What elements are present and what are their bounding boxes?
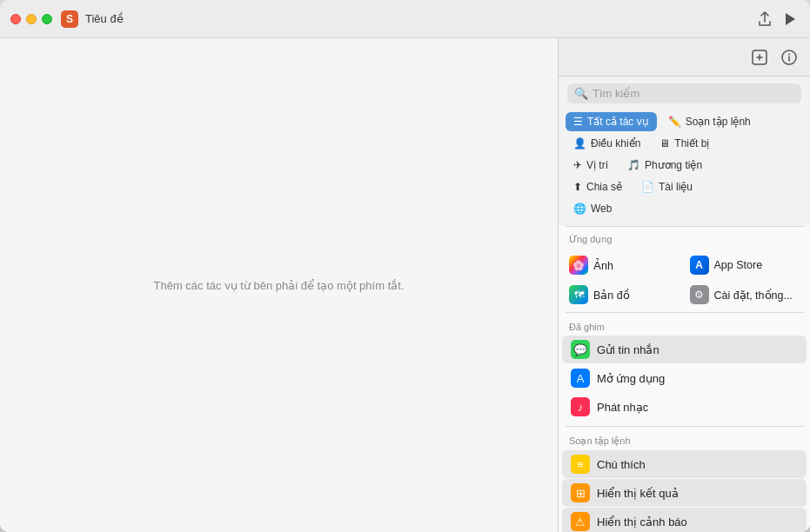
scripting-section-label: Soạn tập lệnh	[559, 429, 810, 449]
send-message-label: Gửi tin nhắn	[597, 343, 659, 356]
scripting-icon: ✏️	[668, 116, 681, 128]
svg-point-2	[788, 53, 790, 55]
app-icon-label: S	[66, 13, 73, 25]
show-warning-label: Hiển thị cảnh báo	[597, 515, 687, 529]
cat-btn-control[interactable]: 👤 Điều khiển	[566, 134, 648, 153]
play-music-label: Phát nhạc	[597, 401, 648, 414]
show-result-label: Hiển thị kết quả	[597, 487, 679, 500]
cat-row-1: ☰ Tất cả tác vụ ✏️ Soạn tập lệnh	[566, 112, 803, 131]
close-button[interactable]	[10, 14, 21, 24]
apps-row-2: 🗺 Bản đồ ⚙ Cài đặt, thống...	[559, 281, 810, 307]
cat-row-2: 👤 Điều khiển 🖥 Thiết bị	[566, 134, 803, 153]
settings-label: Cài đặt, thống...	[714, 289, 793, 302]
main-window: S Tiêu đề Thêm các tác vụ từ bên phải để…	[0, 0, 810, 532]
left-panel: Thêm các tác vụ từ bên phải để tạo một p…	[0, 38, 558, 532]
cat-btn-document[interactable]: 📄 Tài liệu	[633, 177, 700, 196]
window-title: Tiêu đề	[85, 12, 124, 25]
list-item-send-message[interactable]: 💬 Gửi tin nhắn	[562, 336, 807, 363]
web-icon: 🌐	[573, 203, 586, 215]
right-toolbar	[559, 38, 810, 76]
media-icon: 🎵	[627, 159, 640, 171]
play-music-icon: ♪	[571, 397, 590, 416]
control-icon: 👤	[573, 137, 586, 150]
maximize-button[interactable]	[42, 14, 52, 24]
traffic-lights	[10, 14, 52, 24]
cat-row-3: ✈ Vị trí 🎵 Phương tiện	[566, 156, 803, 175]
settings-icon: ⚙	[690, 285, 709, 304]
photos-icon: 🌸	[569, 256, 588, 275]
device-label: Thiết bị	[674, 137, 709, 150]
play-icon	[784, 12, 796, 26]
play-button[interactable]	[780, 9, 800, 30]
control-label: Điều khiển	[591, 137, 640, 150]
search-wrapper: 🔍	[567, 83, 801, 103]
scripting-label: Soạn tập lệnh	[686, 116, 751, 128]
share-label: Chia sẻ	[586, 181, 622, 193]
notes-icon: ≡	[571, 455, 590, 474]
add-shortcut-icon	[751, 49, 768, 66]
web-label: Web	[591, 203, 612, 215]
apps-row-1: 🌸 Ảnh A App Store	[559, 248, 810, 281]
app-item-photos[interactable]: 🌸 Ảnh	[566, 253, 683, 277]
list-item-open-app[interactable]: A Mở ứng dụng	[562, 364, 807, 392]
appstore-label: App Store	[714, 259, 763, 271]
media-label: Phương tiện	[645, 159, 702, 171]
list-item-show-result[interactable]: ⊞ Hiển thị kết quả	[562, 479, 807, 507]
device-icon: 🖥	[659, 137, 670, 150]
all-tasks-icon: ☰	[573, 116, 583, 128]
app-icon: S	[61, 10, 78, 28]
open-app-icon: A	[571, 369, 590, 388]
add-shortcut-button[interactable]	[749, 47, 770, 68]
cat-btn-device[interactable]: 🖥 Thiết bị	[652, 134, 717, 153]
list-item-show-warning[interactable]: ⚠ Hiển thị cảnh báo	[562, 508, 807, 532]
cat-btn-media[interactable]: 🎵 Phương tiện	[619, 156, 710, 175]
share-button[interactable]	[754, 8, 775, 30]
photos-label: Ảnh	[593, 259, 613, 272]
list-item-play-music[interactable]: ♪ Phát nhạc	[562, 393, 807, 421]
main-content: Thêm các tác vụ từ bên phải để tạo một p…	[0, 38, 810, 532]
pinned-section-label: Đã ghim	[559, 315, 810, 335]
share-icon	[758, 11, 772, 27]
location-label: Vị trí	[586, 159, 608, 171]
maps-label: Bản đồ	[593, 289, 630, 302]
apps-section-label: Ứng dụng	[559, 227, 810, 248]
maps-icon: 🗺	[569, 285, 588, 304]
show-result-icon: ⊞	[571, 483, 590, 502]
right-panel: 🔍 ☰ Tất cả tác vụ ✏️ Soạn tập lệnh	[558, 38, 810, 532]
divider-2	[566, 312, 803, 313]
list-item-notes[interactable]: ≡ Chú thích	[562, 450, 807, 478]
document-icon: 📄	[641, 181, 654, 193]
open-app-label: Mở ứng dụng	[597, 372, 665, 385]
titlebar: S Tiêu đề	[0, 0, 810, 38]
cat-row-5: 🌐 Web	[566, 199, 803, 218]
cat-btn-web[interactable]: 🌐 Web	[566, 199, 619, 218]
minimize-button[interactable]	[26, 14, 37, 24]
app-item-settings[interactable]: ⚙ Cài đặt, thống...	[686, 286, 804, 303]
info-icon	[780, 49, 798, 66]
cat-btn-all-tasks[interactable]: ☰ Tất cả tác vụ	[566, 112, 657, 131]
cat-row-4: ⬆ Chia sẻ 📄 Tài liệu	[566, 177, 803, 196]
notes-label: Chú thích	[597, 458, 646, 471]
search-bar: 🔍	[559, 76, 810, 109]
document-label: Tài liệu	[659, 181, 693, 193]
hint-text: Thêm các tác vụ từ bên phải để tạo một p…	[154, 279, 405, 292]
all-tasks-label: Tất cả tác vụ	[587, 116, 649, 128]
location-icon: ✈	[573, 159, 582, 171]
send-message-icon: 💬	[571, 340, 590, 359]
appstore-icon: A	[690, 256, 709, 275]
search-icon: 🔍	[574, 87, 588, 100]
share-cat-icon: ⬆	[573, 181, 582, 193]
info-button[interactable]	[779, 47, 800, 68]
divider-3	[566, 426, 803, 427]
cat-btn-scripting[interactable]: ✏️ Soạn tập lệnh	[660, 112, 759, 131]
cat-btn-location[interactable]: ✈ Vị trí	[566, 156, 616, 175]
show-warning-icon: ⚠	[571, 512, 590, 531]
search-input[interactable]	[592, 87, 794, 100]
cat-btn-share[interactable]: ⬆ Chia sẻ	[566, 177, 630, 196]
category-buttons: ☰ Tất cả tác vụ ✏️ Soạn tập lệnh 👤 Điều …	[559, 109, 810, 226]
app-item-appstore[interactable]: A App Store	[686, 253, 804, 277]
list-scroll[interactable]: Ứng dụng 🌸 Ảnh A App Store	[559, 227, 810, 532]
app-item-maps[interactable]: 🗺 Bản đồ	[566, 286, 683, 303]
